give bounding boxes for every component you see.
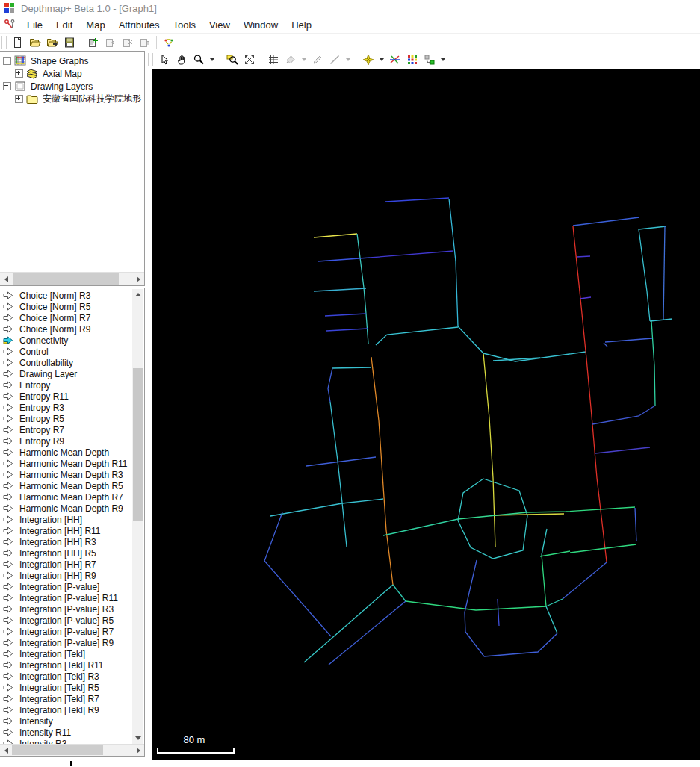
axial-line[interactable] <box>498 599 499 626</box>
attribute-item-integration-hh-r5[interactable]: Integration [HH] R5 <box>1 547 131 559</box>
axial-line[interactable] <box>330 402 347 547</box>
axial-line[interactable] <box>304 585 393 662</box>
tree-item-drawing-layers[interactable]: Drawing Layers <box>1 80 143 93</box>
axial-line[interactable] <box>270 499 383 516</box>
axial-line[interactable] <box>371 357 393 585</box>
axial-line[interactable] <box>326 329 368 331</box>
axial-line[interactable] <box>325 314 366 316</box>
axial-line[interactable] <box>542 529 547 555</box>
axial-line[interactable] <box>306 457 376 466</box>
axial-line[interactable] <box>376 327 458 345</box>
scroll-down-arrow[interactable] <box>132 733 143 744</box>
attribute-item-harmonic-mean-depth[interactable]: Harmonic Mean Depth <box>1 447 131 458</box>
tree-item--[interactable]: 安徽省国防科技学院地形 <box>1 93 143 105</box>
toolbar-grip[interactable] <box>148 53 153 66</box>
attribute-item-controllability[interactable]: Controllability <box>1 357 131 368</box>
collapse-icon[interactable] <box>3 82 11 90</box>
join-dropdown[interactable] <box>377 52 386 68</box>
expand-icon[interactable] <box>15 95 23 103</box>
axial-line[interactable] <box>318 258 370 261</box>
axial-line[interactable] <box>385 198 449 202</box>
scroll-thumb[interactable] <box>133 368 143 521</box>
attribute-item-choice-norm-r7[interactable]: Choice [Norm] R7 <box>1 312 131 323</box>
attribute-item-integration-tekl-r5[interactable]: Integration [Tekl] R5 <box>1 682 131 693</box>
tree-item-axial-map[interactable]: Axial Map <box>1 67 143 80</box>
zoom-region-button[interactable] <box>223 52 241 68</box>
list-hscrollbar[interactable] <box>0 744 144 756</box>
scroll-thumb[interactable] <box>13 273 119 285</box>
attribute-item-connectivity[interactable]: Connectivity <box>1 335 131 346</box>
join-button[interactable] <box>359 52 377 68</box>
scroll-right-arrow[interactable] <box>132 745 144 756</box>
open-file-button[interactable] <box>26 34 43 51</box>
step-depth-dropdown[interactable] <box>438 52 447 68</box>
scroll-left-arrow[interactable] <box>0 745 12 756</box>
attribute-item-choice-norm-r5[interactable]: Choice [Norm] R5 <box>1 301 131 312</box>
attribute-item-integration-tekl-r11[interactable]: Integration [Tekl] R11 <box>1 659 131 671</box>
axial-line[interactable] <box>546 599 563 606</box>
attribute-item-integration-p-value-r7[interactable]: Integration [P-value] R7 <box>1 626 131 637</box>
attribute-item-integration-hh-r11[interactable]: Integration [HH] R11 <box>1 525 131 536</box>
toolbar-grip[interactable] <box>1 36 7 49</box>
step-depth-button[interactable] <box>421 52 438 68</box>
pan-tool-button[interactable] <box>173 52 190 68</box>
menu-edit[interactable]: Edit <box>49 17 79 33</box>
axial-line[interactable] <box>370 251 453 258</box>
axial-line[interactable] <box>527 507 635 512</box>
new-layer-button[interactable] <box>84 34 102 51</box>
scroll-thumb[interactable] <box>12 745 103 755</box>
axial-line[interactable] <box>573 226 607 562</box>
pencil-tool-button[interactable] <box>309 52 326 68</box>
attribute-item-integration-p-value-r9[interactable]: Integration [P-value] R9 <box>1 637 131 648</box>
axial-line[interactable] <box>604 343 607 347</box>
fill-tool-button[interactable] <box>282 52 299 68</box>
scroll-left-arrow[interactable] <box>0 273 12 285</box>
attribute-item-harmonic-mean-depth-r5[interactable]: Harmonic Mean Depth R5 <box>1 480 131 491</box>
axial-line[interactable] <box>393 585 406 601</box>
fit-window-button[interactable] <box>241 52 258 68</box>
axial-map-canvas[interactable]: 80 m <box>152 69 700 760</box>
attribute-item-entropy[interactable]: Entropy <box>1 379 131 391</box>
attribute-item-integration-tekl-[interactable]: Integration [Tekl] <box>1 648 131 659</box>
axial-line[interactable] <box>332 367 371 368</box>
attribute-item-intensity[interactable]: Intensity <box>1 715 131 727</box>
grid-button[interactable] <box>264 52 282 68</box>
axial-line[interactable] <box>542 555 546 606</box>
axial-line[interactable] <box>605 338 652 342</box>
attribute-item-integration-p-value-r3[interactable]: Integration [P-value] R3 <box>1 603 131 615</box>
axial-line[interactable] <box>650 319 672 321</box>
attribute-item-integration-p-value-r5[interactable]: Integration [P-value] R5 <box>1 615 131 626</box>
attribute-item-harmonic-mean-depth-r11[interactable]: Harmonic Mean Depth R11 <box>1 458 131 469</box>
axial-line[interactable] <box>635 508 636 541</box>
attribute-item-integration-tekl-r7[interactable]: Integration [Tekl] R7 <box>1 693 131 704</box>
axial-line[interactable] <box>546 606 557 633</box>
axial-line[interactable] <box>580 297 591 299</box>
axial-line[interactable] <box>563 562 607 599</box>
menu-file[interactable]: File <box>20 17 49 33</box>
attribute-item-harmonic-mean-depth-r9[interactable]: Harmonic Mean Depth R9 <box>1 503 131 514</box>
zoom-tool-dropdown[interactable] <box>207 52 217 68</box>
push-layer-button[interactable] <box>102 34 119 51</box>
attribute-item-entropy-r3[interactable]: Entropy R3 <box>1 402 131 413</box>
attribute-item-integration-p-value-[interactable]: Integration [P-value] <box>1 581 131 592</box>
collapse-icon[interactable] <box>3 57 11 65</box>
agent-analysis-button[interactable] <box>403 52 421 68</box>
attribute-item-harmonic-mean-depth-r3[interactable]: Harmonic Mean Depth R3 <box>1 469 131 480</box>
axial-line[interactable] <box>483 353 495 547</box>
line-tool-button[interactable] <box>326 52 343 68</box>
axial-line[interactable] <box>639 229 650 321</box>
delete-layer-button[interactable] <box>119 34 136 51</box>
attribute-item-entropy-r9[interactable]: Entropy R9 <box>1 435 131 447</box>
axial-line[interactable] <box>458 326 483 353</box>
save-button[interactable] <box>61 34 78 51</box>
axial-line[interactable] <box>663 226 665 320</box>
axial-line[interactable] <box>595 447 650 453</box>
attribute-item-entropy-r5[interactable]: Entropy R5 <box>1 413 131 424</box>
axial-line[interactable] <box>465 560 477 612</box>
menu-attributes[interactable]: Attributes <box>112 17 167 33</box>
attribute-item-harmonic-mean-depth-r7[interactable]: Harmonic Mean Depth R7 <box>1 491 131 503</box>
attribute-item-integration-hh-r9[interactable]: Integration [HH] R9 <box>1 570 131 581</box>
attribute-item-integration-tekl-r3[interactable]: Integration [Tekl] R3 <box>1 671 131 682</box>
menu-map[interactable]: Map <box>79 17 111 33</box>
attribute-item-entropy-r7[interactable]: Entropy R7 <box>1 424 131 435</box>
